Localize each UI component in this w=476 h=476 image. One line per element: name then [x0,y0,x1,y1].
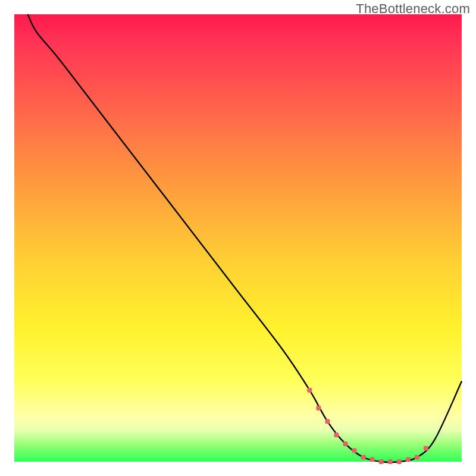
dotted-point [415,455,419,460]
dotted-point [307,388,312,393]
dotted-point [325,419,330,424]
dotted-segment [307,388,428,464]
dotted-point [343,441,348,446]
dotted-point [424,446,428,450]
dotted-point [406,457,411,462]
dotted-point [388,459,393,464]
dotted-point [352,448,357,453]
chart-container: TheBottleneck.com [0,0,476,476]
dotted-point [334,433,339,437]
dotted-point [361,455,366,460]
dotted-point [370,457,375,462]
bottleneck-curve-path [28,14,462,462]
chart-svg [14,14,462,462]
dotted-point [316,406,321,411]
dotted-point [397,459,402,464]
dotted-point [379,459,384,464]
